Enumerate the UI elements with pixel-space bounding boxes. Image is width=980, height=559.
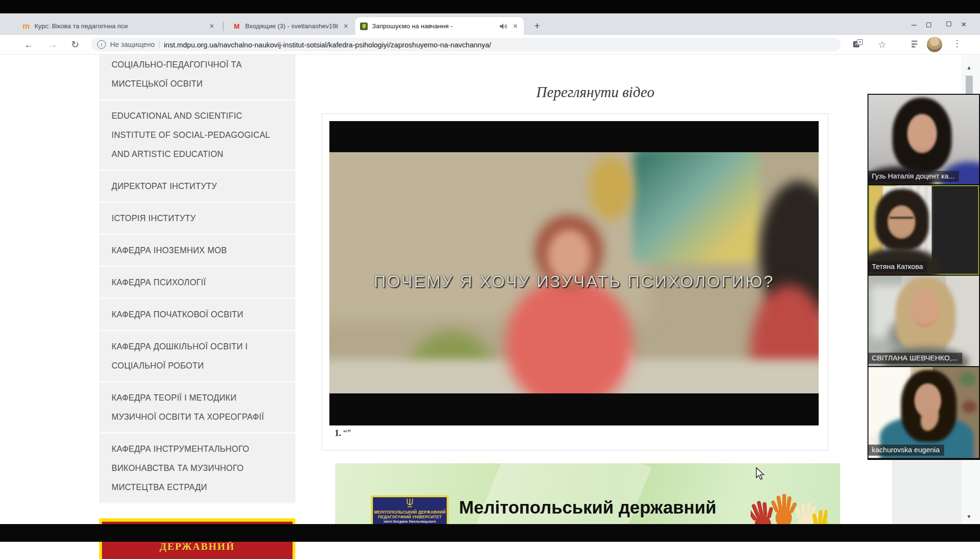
university-favicon-icon bbox=[360, 22, 368, 30]
video-frame: ПОЧЕМУ Я ХОЧУ ИЗУЧАТЬ ПСИХОЛОГИЮ? bbox=[329, 152, 819, 393]
tab-divider bbox=[223, 22, 224, 31]
browser-toolbar: ← → ↻ i Не защищено inst.mdpu.org.ua/nav… bbox=[0, 35, 980, 55]
profile-avatar[interactable] bbox=[927, 37, 942, 52]
tab-moodle-course[interactable]: m Курс: Вікова та педагогічна пси × bbox=[17, 17, 220, 35]
site-info-icon[interactable]: i bbox=[97, 40, 106, 49]
sidebar-item-foreign-languages[interactable]: КАФЕДРА ІНОЗЕМНИХ МОВ bbox=[99, 235, 295, 267]
page-title: Переглянути відео bbox=[322, 84, 869, 101]
forward-button[interactable]: → bbox=[46, 38, 59, 51]
sidebar-item-music-theory[interactable]: КАФЕДРА ТЕОРІЇ І МЕТОДИКИ МУЗИЧНОЇ ОСВІТ… bbox=[99, 382, 295, 434]
letterbox-top-bar bbox=[0, 0, 980, 13]
sidebar-item-institute-ua[interactable]: СОЦІАЛЬНО-ПЕДАГОГІЧНОЇ ТА МИСТЕЦЬКОЇ ОСВ… bbox=[99, 54, 295, 101]
sidebar-item-psychology[interactable]: КАФЕДРА ПСИХОЛОГІЇ bbox=[99, 267, 295, 299]
mouse-cursor bbox=[755, 467, 765, 482]
sidebar-item-history[interactable]: ІСТОРІЯ ІНСТИТУТУ bbox=[99, 203, 295, 235]
video-caption: ПОЧЕМУ Я ХОЧУ ИЗУЧАТЬ ПСИХОЛОГИЮ? bbox=[329, 272, 819, 291]
participant-name-label: Тетяна Каткова bbox=[868, 261, 927, 272]
video-picture-frame-2 bbox=[589, 157, 633, 220]
translate-icon[interactable]: A a bbox=[853, 39, 863, 49]
browser-menu-icon[interactable]: ⋮ bbox=[953, 38, 961, 49]
sidebar-item-preschool-education[interactable]: КАФЕДРА ДОШКІЛЬНОЇ ОСВІТИ І СОЦІАЛЬНОЇ Р… bbox=[99, 331, 295, 382]
participant-tile-guz-natalia[interactable]: Гузь Наталія доцент ка... bbox=[868, 95, 979, 184]
zoom-participants-panel: Гузь Наталія доцент ка... Тетяна Каткова… bbox=[867, 94, 980, 460]
tab-title: Курс: Вікова та педагогічна пси bbox=[34, 22, 204, 30]
bookmark-star-icon[interactable]: ☆ bbox=[878, 39, 886, 50]
sidebar-item-instrumental-performance[interactable]: КАФЕДРА ІНСТРУМЕНТАЛЬНОГО ВИКОНАВСТВА ТА… bbox=[99, 434, 295, 504]
participant-shelf-object bbox=[959, 372, 976, 386]
participant-tile-tetyana-katkova[interactable]: Тетяна Каткова bbox=[868, 185, 979, 275]
close-tab-icon[interactable]: × bbox=[208, 22, 215, 31]
sidebar-menu: СОЦІАЛЬНО-ПЕДАГОГІЧНОЇ ТА МИСТЕЦЬКОЇ ОСВ… bbox=[99, 54, 295, 559]
address-bar[interactable]: i Не защищено inst.mdpu.org.ua/navchalno… bbox=[91, 38, 841, 51]
tab-title: Запрошуємо на навчання - bbox=[372, 22, 495, 30]
participant-face bbox=[911, 289, 939, 327]
new-tab-button[interactable]: + bbox=[530, 19, 544, 33]
list-marker: 1. bbox=[335, 428, 341, 438]
participant-name-label: kachurovska eugenia bbox=[868, 445, 944, 456]
playlist-extension-icon[interactable]: ♪ bbox=[912, 40, 922, 48]
moodle-icon: m bbox=[22, 22, 30, 30]
list-quotes: “” bbox=[343, 428, 351, 438]
webpage-viewport: СОЦІАЛЬНО-ПЕДАГОГІЧНОЇ ТА МИСТЕЦЬКОЇ ОСВ… bbox=[0, 54, 980, 524]
numbered-list-item: 1. “” bbox=[335, 428, 351, 438]
back-button[interactable]: ← bbox=[22, 38, 35, 51]
scroll-down-icon[interactable]: ▼ bbox=[966, 514, 972, 519]
scroll-up-icon[interactable]: ▲ bbox=[966, 65, 972, 70]
participant-tile-kachurovska-eugenia[interactable]: kachurovska eugenia bbox=[868, 367, 979, 458]
tab-gmail-inbox[interactable]: M Входящие (3) - svetlanashev198 × bbox=[228, 17, 354, 35]
security-label: Не защищено bbox=[110, 41, 155, 48]
participant-tile-svitlana-shevchenko[interactable]: СВІТЛАНА ШЕВЧЕНКО,... bbox=[868, 276, 979, 366]
gmail-icon: M bbox=[233, 22, 241, 30]
letterbox-bottom-bar bbox=[0, 524, 980, 542]
video-picture-frame bbox=[633, 152, 760, 263]
scrollbar-thumb[interactable] bbox=[966, 76, 973, 96]
participant-shelf-object bbox=[962, 401, 977, 413]
minimize-button[interactable]: – bbox=[901, 19, 926, 30]
tab-audio-speaker-icon[interactable] bbox=[499, 23, 507, 30]
reload-button[interactable]: ↻ bbox=[68, 38, 82, 51]
participant-name-label: Гузь Наталія доцент ка... bbox=[868, 171, 959, 182]
tab-active-invitation-page[interactable]: Запрошуємо на навчання - × bbox=[355, 17, 524, 35]
restore-button[interactable] bbox=[926, 19, 951, 30]
sidebar-item-primary-education[interactable]: КАФЕДРА ПОЧАТКОВОЇ ОСВІТИ bbox=[99, 299, 295, 331]
tab-title: Входящие (3) - svetlanashev198 bbox=[245, 22, 338, 30]
participant-name-label: СВІТЛАНА ШЕВЧЕНКО,... bbox=[868, 353, 962, 364]
video-player[interactable]: ПОЧЕМУ Я ХОЧУ ИЗУЧАТЬ ПСИХОЛОГИЮ? bbox=[329, 121, 819, 425]
close-tab-icon[interactable]: × bbox=[342, 22, 349, 31]
close-window-button[interactable]: × bbox=[951, 19, 976, 30]
url-divider bbox=[159, 41, 159, 49]
tab-strip: m Курс: Вікова та педагогічна пси × M Вх… bbox=[0, 13, 980, 35]
participant-glasses bbox=[890, 217, 913, 224]
window-controls: – × bbox=[901, 13, 976, 35]
close-tab-icon[interactable]: × bbox=[512, 22, 519, 31]
url-text: inst.mdpu.org.ua/navchalno-naukovij-inst… bbox=[164, 41, 491, 49]
sidebar-item-directorate[interactable]: ДИРЕКТОРАТ ІНСТИТУТУ bbox=[99, 171, 295, 203]
sidebar-item-institute-en[interactable]: EDUCATIONAL AND SCIENTIFIC INSTITUTE OF … bbox=[99, 101, 295, 171]
screen-recording-frame: m Курс: Вікова та педагогічна пси × M Вх… bbox=[0, 0, 980, 559]
participant-face bbox=[907, 114, 937, 153]
content-card: ПОЧЕМУ Я ХОЧУ ИЗУЧАТЬ ПСИХОЛОГИЮ? bbox=[322, 113, 828, 450]
